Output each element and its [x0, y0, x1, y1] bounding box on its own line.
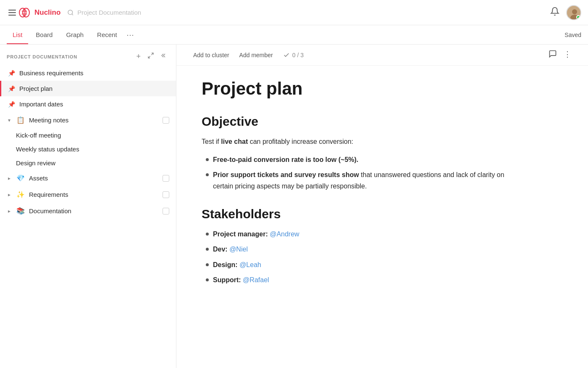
requirements-emoji: ✨ — [16, 191, 25, 199]
checklist-indicator: 0 / 3 — [283, 52, 304, 58]
sidebar-item-meeting-notes[interactable]: ▾ 📋 Meeting notes — [0, 112, 176, 128]
bullet-bold-1: Free-to-paid conversion rate is too low … — [213, 156, 358, 163]
sidebar: PROJECT DOCUMENTATION + 📌 Business requi… — [0, 45, 176, 368]
stakeholder-pm-label: Project manager: — [213, 230, 270, 238]
assets-emoji: 💎 — [16, 174, 25, 182]
tab-list[interactable]: List — [7, 26, 28, 44]
sidebar-item-important-dates[interactable]: 📌 Important dates — [0, 96, 176, 112]
objective-intro: Test if live chat can profitably increas… — [202, 136, 512, 147]
pin-icon: 📌 — [8, 85, 15, 92]
bullet-item-2: Prior support tickets and survey results… — [202, 169, 512, 192]
sidebar-item-requirements[interactable]: ▸ ✨ Requirements — [0, 186, 176, 203]
sidebar-item-label: Requirements — [29, 191, 158, 198]
mention-niel[interactable]: @Niel — [229, 246, 248, 253]
sidebar-item-checkbox[interactable] — [163, 191, 169, 198]
tabs-more-button[interactable]: ⋯ — [126, 30, 134, 40]
stakeholder-design-text: Design: @Leah — [213, 259, 261, 270]
bullet-point — [206, 248, 209, 251]
stakeholder-support-text: Support: @Rafael — [213, 275, 269, 286]
sidebar-item-label: Project plan — [19, 85, 169, 92]
sidebar-item-documentation[interactable]: ▸ 📚 Documentation — [0, 203, 176, 219]
expand-icon: ▸ — [8, 175, 10, 181]
sidebar-item-assets[interactable]: ▸ 💎 Assets — [0, 170, 176, 186]
online-indicator — [576, 15, 580, 19]
stakeholders-list: Project manager: @Andrew Dev: @Niel Desi… — [202, 229, 512, 286]
sub-item-label: Kick-off meeting — [16, 132, 61, 139]
collapse-icon: ▾ — [8, 117, 10, 123]
sidebar-header: PROJECT DOCUMENTATION + — [0, 45, 176, 65]
sidebar-add-button[interactable]: + — [134, 51, 142, 62]
logo: Nuclino — [18, 6, 60, 19]
tab-graph[interactable]: Graph — [60, 26, 89, 44]
notification-bell-icon[interactable] — [550, 7, 559, 18]
bullet-text-1: Free-to-paid conversion rate is too low … — [213, 154, 358, 165]
bullet-point — [206, 158, 209, 161]
live-chat-bold: live chat — [221, 138, 248, 145]
sidebar-item-business-requirements[interactable]: 📌 Business requirements — [0, 65, 176, 81]
section-heading-stakeholders: Stakeholders — [202, 207, 512, 221]
bullet-point — [206, 263, 209, 266]
more-options-icon[interactable]: ⋮ — [564, 50, 571, 60]
sub-item-label: Design review — [16, 159, 55, 167]
checklist-count: 0 / 3 — [292, 52, 304, 58]
bullet-item-1: Free-to-paid conversion rate is too low … — [202, 154, 512, 165]
sidebar-item-project-plan[interactable]: 📌 Project plan — [0, 81, 176, 96]
svg-point-5 — [572, 9, 577, 14]
logo-text: Nuclino — [34, 8, 60, 17]
stakeholder-dev-label: Dev: — [213, 246, 229, 253]
mention-leah[interactable]: @Leah — [239, 261, 261, 268]
tab-recent[interactable]: Recent — [91, 26, 123, 44]
objective-bullets: Free-to-paid conversion rate is too low … — [202, 154, 512, 192]
section-heading-objective: Objective — [202, 114, 512, 129]
comment-icon[interactable] — [549, 50, 557, 60]
expand-icon: ▸ — [8, 192, 10, 198]
main-layout: PROJECT DOCUMENTATION + 📌 Business requi… — [0, 45, 588, 368]
meeting-notes-emoji: 📋 — [16, 116, 25, 124]
sidebar-item-checkbox[interactable] — [163, 117, 169, 124]
document-title: Project plan — [202, 78, 512, 99]
add-member-button[interactable]: Add member — [239, 52, 273, 58]
sidebar-item-design-review[interactable]: Design review — [13, 156, 176, 170]
sidebar-section-title: PROJECT DOCUMENTATION — [7, 54, 131, 59]
tab-board[interactable]: Board — [30, 26, 58, 44]
stakeholder-item-pm: Project manager: @Andrew — [202, 229, 512, 240]
stakeholder-design-label: Design: — [213, 261, 239, 268]
sidebar-item-label: Documentation — [29, 207, 158, 214]
bullet-text-2: Prior support tickets and survey results… — [213, 169, 512, 192]
stakeholder-support-label: Support: — [213, 276, 243, 283]
bullet-point — [206, 233, 209, 236]
stakeholder-dev-text: Dev: @Niel — [213, 244, 248, 255]
documentation-emoji: 📚 — [16, 207, 25, 215]
mention-andrew[interactable]: @Andrew — [270, 230, 299, 238]
pin-icon: 📌 — [8, 101, 15, 108]
search-placeholder: Project Documentation — [77, 9, 141, 16]
app-header: Nuclino Project Documentation — [0, 0, 588, 25]
sub-item-label: Weekly status updates — [16, 146, 79, 153]
document-body: Project plan Objective Test if live chat… — [176, 66, 538, 318]
stakeholder-item-support: Support: @Rafael — [202, 275, 512, 286]
sidebar-item-kickoff-meeting[interactable]: Kick-off meeting — [13, 128, 176, 142]
sidebar-item-checkbox[interactable] — [163, 175, 169, 182]
stakeholder-item-dev: Dev: @Niel — [202, 244, 512, 255]
toolbar-right-actions: ⋮ — [549, 50, 571, 60]
sidebar-item-label: Business requirements — [19, 69, 169, 77]
avatar[interactable] — [566, 5, 581, 20]
sidebar-collapse-button[interactable] — [159, 51, 169, 62]
hamburger-button[interactable] — [7, 8, 18, 17]
stakeholder-item-design: Design: @Leah — [202, 259, 512, 270]
header-actions — [550, 5, 581, 20]
sidebar-item-label: Important dates — [19, 101, 169, 108]
mention-rafael[interactable]: @Rafael — [243, 276, 269, 283]
content-toolbar: Add to cluster Add member 0 / 3 ⋮ — [176, 45, 588, 66]
add-to-cluster-button[interactable]: Add to cluster — [193, 52, 229, 58]
sidebar-item-weekly-status[interactable]: Weekly status updates — [13, 142, 176, 156]
sidebar-item-label: Meeting notes — [29, 116, 158, 124]
content-area: Add to cluster Add member 0 / 3 ⋮ Projec… — [176, 45, 588, 368]
sidebar-item-label: Assets — [29, 175, 158, 182]
sidebar-expand-button[interactable] — [146, 51, 156, 62]
sidebar-item-checkbox[interactable] — [163, 208, 169, 214]
search-bar[interactable]: Project Documentation — [67, 9, 550, 16]
bullet-point — [206, 173, 209, 176]
brain-icon — [18, 6, 31, 19]
saved-indicator: Saved — [564, 32, 581, 38]
